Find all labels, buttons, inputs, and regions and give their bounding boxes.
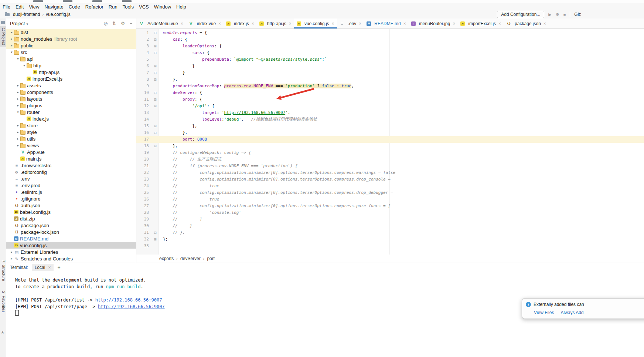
settings-icon[interactable]: ⚙ [556,12,559,17]
line-number[interactable]: 12 [136,103,152,110]
line-number[interactable]: 30 [136,223,152,229]
line-number[interactable]: 31 [136,229,152,236]
new-terminal-icon[interactable]: + [57,265,60,270]
line-number[interactable]: 24 [136,183,152,189]
collapse-all-icon[interactable]: ⇅ [112,21,116,26]
menu-item-run[interactable]: Run [106,4,120,10]
menu-item-file[interactable]: File [0,4,13,10]
code-line-32[interactable]: 32⊟}; [136,236,644,243]
line-number[interactable]: 10 [136,90,152,96]
tree-item-vue-config-js[interactable]: vue.config.js [6,242,136,249]
code-line-9[interactable]: 9 productionSourceMap: process.env.NODE_… [136,83,644,90]
tree-item-http[interactable]: ▾http [6,62,136,69]
line-number[interactable]: 17 [136,136,152,143]
tree-item-http-api-js[interactable]: http-api.js [6,69,136,75]
code-line-26[interactable]: 26 // true [136,196,644,203]
breadcrumb-item-duoji-frontend[interactable]: duoji-frontend [12,12,41,17]
fold-marker-icon[interactable]: ⊟ [152,229,159,236]
tree-item-views[interactable]: ▸views [6,142,136,149]
locate-file-icon[interactable]: ◎ [104,21,108,26]
tab-index-js[interactable]: index.js× [224,18,257,28]
tab-asidemenu-vue[interactable]: AsideMenu.vue× [136,18,186,28]
tab-index-vue[interactable]: index.vue× [186,18,224,28]
tree-item-dist-zip[interactable]: dist.zip [6,215,136,222]
tree-item-editorconfig[interactable]: .editorconfig [6,169,136,175]
tree-item-style[interactable]: ▸style [6,129,136,135]
tab-importexcel-js[interactable]: importExcel.js× [458,18,504,28]
close-icon[interactable]: × [403,21,406,26]
stop-icon[interactable]: ■ [563,12,566,17]
line-number[interactable]: 25 [136,189,152,196]
code-line-13[interactable]: 13 target: 'http://192.168.66.56:9007', [136,110,644,116]
code-line-7[interactable]: 7⊟ } [136,70,644,76]
code-line-17[interactable]: 17 port: 8008 [136,136,644,143]
tree-item-dist[interactable]: ▸dist [6,29,136,36]
editor-breadcrumb-devserver[interactable]: devServer [180,256,201,261]
line-number[interactable]: 7 [136,70,152,76]
panel-settings-icon[interactable]: ⚙ [121,21,125,26]
tab-readme-md[interactable]: README.md× [364,18,408,28]
code-line-3[interactable]: 3⊟ loaderOptions: { [136,43,644,50]
hide-panel-icon[interactable]: − [130,21,132,26]
code-line-14[interactable]: 14 logLevel:'debug', //控制台终端打印代理前的真实地址 [136,116,644,123]
close-icon[interactable]: × [252,21,254,26]
line-number[interactable]: 21 [136,163,152,169]
code-line-18[interactable]: 18⊟ }, [136,143,644,149]
chevron-right-icon[interactable]: ▸ [9,37,14,41]
code-line-23[interactable]: 23 // config.optimization.minimizer[0].o… [136,176,644,183]
chevron-right-icon[interactable]: ▸ [9,44,14,47]
chevron-right-icon[interactable]: ▸ [16,90,20,94]
editor-breadcrumb-exports[interactable]: exports [159,256,174,261]
chevron-right-icon[interactable]: ▸ [16,84,20,87]
line-number[interactable]: 14 [136,116,152,123]
tree-item-external-libraries[interactable]: ▸External Libraries [6,249,136,255]
line-number[interactable]: 6 [136,63,152,70]
line-number[interactable]: 8 [136,76,152,83]
code-line-4[interactable]: 4⊟ sass: { [136,50,644,56]
line-number[interactable]: 29 [136,216,152,223]
line-number[interactable]: 18 [136,143,152,149]
close-icon[interactable]: × [359,21,361,26]
fold-marker-icon[interactable]: ⊟ [152,103,159,110]
menu-item-vcs[interactable]: VCS [136,4,151,10]
code-line-12[interactable]: 12⊟ '/api': { [136,103,644,110]
close-icon[interactable]: × [498,21,501,26]
always-add-link[interactable]: Always Add [560,310,583,315]
fold-marker-icon[interactable]: ⊟ [152,50,159,56]
code-line-31[interactable]: 31⊟ // }, [136,229,644,236]
chevron-down-icon[interactable]: ▾ [9,50,14,54]
line-number[interactable]: 5 [136,56,152,63]
tree-item-app-vue[interactable]: App.vue [6,149,136,155]
tab-env[interactable]: .env× [337,18,364,28]
chevron-right-icon[interactable]: ▸ [16,104,20,107]
fold-marker-icon[interactable]: ⊟ [152,76,159,83]
fold-marker-icon[interactable]: ⊟ [152,236,159,243]
chevron-right-icon[interactable]: ▸ [16,144,20,147]
code-line-2[interactable]: 2⊟ css: { [136,36,644,43]
tree-item-gitignore[interactable]: .gitignore [6,195,136,202]
menu-item-window[interactable]: Window [151,4,174,10]
code-line-6[interactable]: 6⊟ } [136,63,644,70]
tree-item-api[interactable]: ▾api [6,55,136,62]
code-line-8[interactable]: 8⊟ }, [136,76,644,83]
line-number[interactable]: 13 [136,110,152,116]
terminal-link[interactable]: http://192.168.66.56:9007 [95,297,162,303]
code-line-25[interactable]: 25 // config.optimization.minimizer[0].o… [136,189,644,196]
project-panel-title[interactable]: Project▾ [10,21,28,26]
tree-item-babel-config-js[interactable]: babel.config.js [6,209,136,215]
fold-marker-icon[interactable]: ⊟ [152,36,159,43]
tool-window-tab-favorites[interactable]: 2: Favorites [0,289,6,314]
line-number[interactable]: 32 [136,236,152,243]
line-number[interactable]: 16 [136,129,152,136]
line-number[interactable]: 27 [136,203,152,209]
code-editor[interactable]: 1⊟module.exports = {2⊟ css: {3⊟ loaderOp… [136,29,644,255]
chevron-right-icon[interactable]: ▸ [9,250,14,254]
chevron-down-icon[interactable]: ▾ [22,64,27,67]
code-line-21[interactable]: 21 // if (process.env.NODE_ENV === 'prod… [136,163,644,169]
fold-marker-icon[interactable]: ⊟ [152,123,159,129]
tree-item-node-modules[interactable]: ▸node_moduleslibrary root [6,36,136,42]
menu-item-view[interactable]: View [26,4,42,10]
code-line-10[interactable]: 10⊟ devServer: { [136,90,644,96]
tree-item-utils[interactable]: ▸utils [6,135,136,142]
line-number[interactable]: 1 [136,30,152,36]
